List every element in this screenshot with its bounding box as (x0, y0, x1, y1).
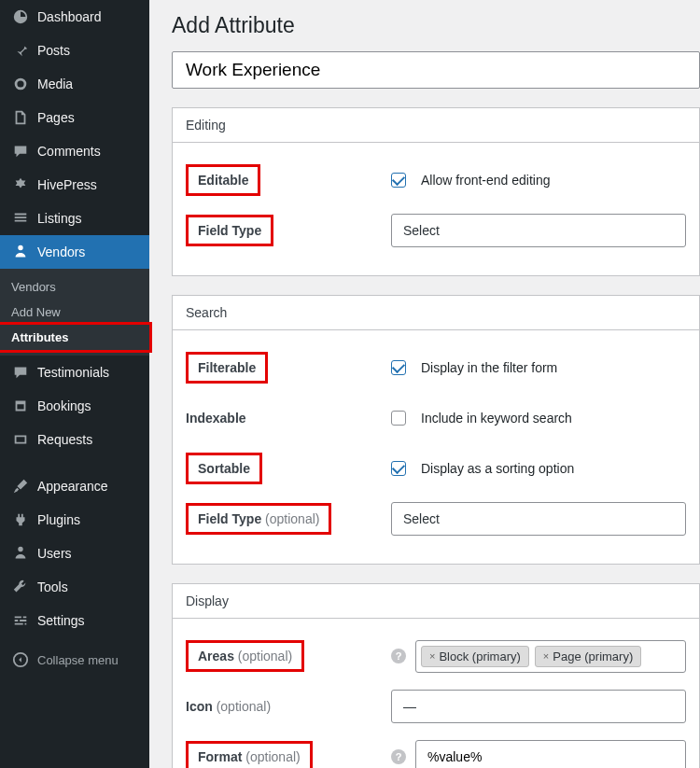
format-input[interactable] (415, 740, 686, 768)
sidebar-item-users[interactable]: Users (0, 537, 149, 570)
sidebar-item-pages[interactable]: Pages (0, 101, 149, 134)
collapse-label: Collapse menu (37, 653, 119, 667)
sidebar-item-label: Media (37, 77, 73, 91)
brush-icon (11, 477, 30, 496)
sidebar-item-tools[interactable]: Tools (0, 570, 149, 604)
format-label: Format (optional) (186, 741, 313, 768)
filterable-check-label: Display in the filter form (421, 360, 557, 375)
indexable-checkbox[interactable] (391, 411, 406, 426)
editing-heading: Editing (173, 108, 699, 143)
testimonial-icon (11, 363, 30, 382)
sidebar-item-label: Comments (37, 144, 101, 159)
editing-panel: Editing Editable Allow front-end editing… (172, 107, 700, 276)
sidebar-item-label: Testimonials (37, 365, 109, 380)
areas-tags-input[interactable]: ×Block (primary) ×Page (primary) (415, 640, 686, 673)
hivepress-icon (11, 175, 30, 194)
icon-select[interactable]: — (391, 690, 686, 723)
sidebar-item-label: HivePress (37, 177, 97, 192)
collapse-menu[interactable]: Collapse menu (0, 643, 149, 677)
indexable-label: Indexable (186, 411, 246, 426)
listings-icon (11, 209, 30, 228)
search-field-type-select[interactable]: Select (391, 502, 686, 536)
sidebar-item-label: Posts (37, 43, 70, 58)
collapse-icon (11, 650, 30, 669)
sidebar-item-listings[interactable]: Listings (0, 202, 149, 235)
sidebar-item-label: Users (37, 546, 72, 561)
sidebar-item-dashboard[interactable]: Dashboard (0, 0, 149, 34)
sidebar-item-label: Dashboard (37, 9, 102, 24)
calendar-icon (11, 397, 30, 415)
plug-icon (11, 510, 30, 529)
requests-icon (11, 430, 30, 449)
sidebar-item-hivepress[interactable]: HivePress (0, 168, 149, 202)
area-tag[interactable]: ×Block (primary) (421, 646, 529, 667)
vendor-icon (11, 243, 30, 261)
editable-label: Editable (186, 164, 260, 196)
pin-icon (11, 41, 30, 60)
sidebar-item-plugins[interactable]: Plugins (0, 503, 149, 537)
page-title: Add Attribute (172, 13, 700, 38)
help-icon[interactable]: ? (391, 749, 406, 764)
search-field-type-label: Field Type (optional) (186, 503, 331, 535)
editable-checkbox[interactable] (391, 173, 406, 188)
sidebar-item-appearance[interactable]: Appearance (0, 469, 149, 503)
sortable-label: Sortable (186, 453, 262, 484)
sidebar-item-vendors[interactable]: Vendors (0, 235, 149, 269)
sidebar-item-bookings[interactable]: Bookings (0, 389, 149, 423)
attribute-name-input[interactable] (172, 51, 700, 89)
media-icon (11, 75, 30, 93)
filterable-checkbox[interactable] (391, 360, 406, 375)
display-heading: Display (173, 584, 699, 619)
sortable-check-label: Display as a sorting option (421, 461, 574, 476)
areas-label: Areas (optional) (186, 640, 304, 672)
user-icon (11, 544, 30, 563)
help-icon[interactable]: ? (391, 649, 406, 663)
main-content: Add Attribute Editing Editable Allow fro… (149, 0, 700, 768)
field-type-label: Field Type (186, 215, 273, 246)
sidebar-item-label: Plugins (37, 512, 80, 527)
vendors-submenu: Vendors Add New Attributes (0, 269, 149, 356)
submenu-vendors[interactable]: Vendors (0, 274, 149, 300)
display-panel: Display Areas (optional) ? ×Block (prima… (172, 583, 700, 768)
admin-sidebar: Dashboard Posts Media Pages Comments Hiv… (0, 0, 149, 768)
sidebar-item-label: Pages (37, 110, 75, 125)
editable-check-label: Allow front-end editing (421, 173, 551, 188)
sidebar-item-label: Settings (37, 613, 85, 628)
editing-field-type-select[interactable]: Select (391, 214, 686, 247)
area-tag[interactable]: ×Page (primary) (535, 646, 641, 667)
submenu-add-new[interactable]: Add New (0, 300, 149, 325)
sortable-checkbox[interactable] (391, 461, 406, 476)
pages-icon (11, 108, 30, 127)
search-panel: Search Filterable Display in the filter … (172, 295, 700, 565)
sidebar-item-label: Bookings (37, 398, 91, 413)
sidebar-item-requests[interactable]: Requests (0, 423, 149, 456)
search-heading: Search (173, 296, 699, 330)
sliders-icon (11, 611, 30, 630)
comment-icon (11, 142, 30, 161)
indexable-check-label: Include in keyword search (421, 411, 572, 426)
sidebar-item-media[interactable]: Media (0, 67, 149, 101)
sidebar-item-label: Vendors (37, 244, 85, 259)
wrench-icon (11, 578, 30, 596)
submenu-attributes[interactable]: Attributes (0, 322, 152, 353)
icon-label: Icon (optional) (186, 699, 271, 714)
sidebar-item-testimonials[interactable]: Testimonials (0, 356, 149, 389)
sidebar-item-settings[interactable]: Settings (0, 604, 149, 637)
filterable-label: Filterable (186, 352, 268, 384)
tag-remove-icon[interactable]: × (429, 650, 435, 662)
sidebar-item-posts[interactable]: Posts (0, 34, 149, 67)
sidebar-item-comments[interactable]: Comments (0, 134, 149, 168)
dashboard-icon (11, 7, 30, 26)
sidebar-item-label: Appearance (37, 479, 108, 494)
tag-remove-icon[interactable]: × (543, 650, 549, 662)
sidebar-item-label: Tools (37, 579, 68, 594)
sidebar-item-label: Listings (37, 211, 81, 226)
sidebar-item-label: Requests (37, 432, 92, 447)
